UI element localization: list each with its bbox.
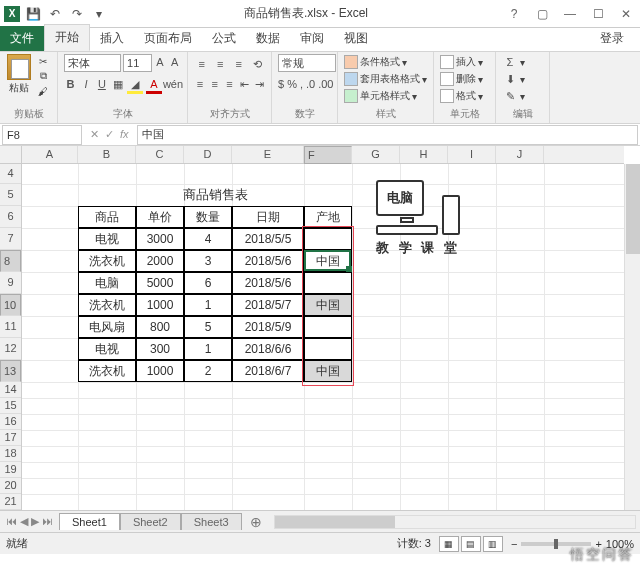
table-cell-r8-B[interactable]: 洗衣机	[78, 250, 136, 272]
tab-review[interactable]: 审阅	[290, 26, 334, 51]
accept-formula-icon[interactable]: ✓	[105, 128, 114, 141]
align-right-icon[interactable]: ≡	[224, 76, 236, 92]
cancel-formula-icon[interactable]: ✕	[90, 128, 99, 141]
col-header-C[interactable]: C	[136, 146, 184, 163]
row-header-6[interactable]: 6	[0, 206, 21, 228]
table-cell-r7-D[interactable]: 4	[184, 228, 232, 250]
dec-decimal-icon[interactable]: .00	[318, 76, 333, 92]
orientation-icon[interactable]: ⟲	[250, 56, 266, 72]
col-header-B[interactable]: B	[78, 146, 136, 163]
indent-inc-icon[interactable]: ⇥	[253, 76, 265, 92]
table-header-4[interactable]: 产地	[304, 206, 352, 228]
table-format-button[interactable]: 套用表格格式▾	[344, 71, 427, 87]
fill-color-button[interactable]: ◢	[127, 76, 143, 94]
indent-dec-icon[interactable]: ⇤	[238, 76, 250, 92]
col-header-A[interactable]: A	[22, 146, 78, 163]
name-box[interactable]: F8	[2, 125, 82, 145]
save-icon[interactable]: 💾	[24, 5, 42, 23]
sheet-nav-first-icon[interactable]: ⏮	[6, 515, 17, 528]
row-header-17[interactable]: 17	[0, 430, 21, 446]
sheet-tab-1[interactable]: Sheet1	[59, 513, 120, 530]
vertical-scrollbar[interactable]	[624, 164, 640, 510]
conditional-format-button[interactable]: 条件格式▾	[344, 54, 427, 70]
row-header-14[interactable]: 14	[0, 382, 21, 398]
table-cell-r12-E[interactable]: 2018/6/6	[232, 338, 304, 360]
cut-icon[interactable]: ✂	[35, 54, 51, 68]
table-cell-r7-E[interactable]: 2018/5/5	[232, 228, 304, 250]
hscroll-thumb[interactable]	[275, 516, 395, 528]
zoom-out-icon[interactable]: −	[511, 538, 517, 550]
table-cell-r10-D[interactable]: 1	[184, 294, 232, 316]
currency-icon[interactable]: $	[278, 76, 284, 92]
table-cell-r8-C[interactable]: 2000	[136, 250, 184, 272]
table-cell-r13-B[interactable]: 洗衣机	[78, 360, 136, 382]
table-cell-r13-C[interactable]: 1000	[136, 360, 184, 382]
copy-icon[interactable]: ⧉	[35, 69, 51, 83]
tab-home[interactable]: 开始	[44, 24, 90, 51]
align-center-icon[interactable]: ≡	[209, 76, 221, 92]
table-header-0[interactable]: 商品	[78, 206, 136, 228]
autosum-button[interactable]: Σ▾	[502, 54, 543, 70]
ribbon-toggle-icon[interactable]: ▢	[528, 2, 556, 26]
table-cell-r7-B[interactable]: 电视	[78, 228, 136, 250]
row-header-4[interactable]: 4	[0, 164, 21, 184]
redo-icon[interactable]: ↷	[68, 5, 86, 23]
percent-icon[interactable]: %	[287, 76, 297, 92]
tab-view[interactable]: 视图	[334, 26, 378, 51]
fill-button[interactable]: ⬇▾	[502, 71, 543, 87]
formula-input[interactable]: 中国	[137, 125, 638, 145]
clear-button[interactable]: ✎▾	[502, 88, 543, 104]
number-format-select[interactable]: 常规	[278, 54, 336, 72]
table-header-1[interactable]: 单价	[136, 206, 184, 228]
table-title[interactable]: 商品销售表	[78, 184, 352, 206]
tab-formula[interactable]: 公式	[202, 26, 246, 51]
qat-more-icon[interactable]: ▾	[90, 5, 108, 23]
tab-layout[interactable]: 页面布局	[134, 26, 202, 51]
table-header-2[interactable]: 数量	[184, 206, 232, 228]
table-cell-r13-D[interactable]: 2	[184, 360, 232, 382]
undo-icon[interactable]: ↶	[46, 5, 64, 23]
row-header-12[interactable]: 12	[0, 338, 21, 360]
table-cell-r13-E[interactable]: 2018/6/7	[232, 360, 304, 382]
phonetic-icon[interactable]: wén	[165, 76, 181, 92]
table-cell-r8-D[interactable]: 3	[184, 250, 232, 272]
minimize-icon[interactable]: —	[556, 2, 584, 26]
close-icon[interactable]: ✕	[612, 2, 640, 26]
maximize-icon[interactable]: ☐	[584, 2, 612, 26]
table-cell-r12-C[interactable]: 300	[136, 338, 184, 360]
paste-button[interactable]: 粘贴	[6, 54, 32, 95]
table-cell-r10-E[interactable]: 2018/5/7	[232, 294, 304, 316]
col-header-G[interactable]: G	[352, 146, 400, 163]
login-link[interactable]: 登录	[590, 26, 634, 51]
col-header-F[interactable]: F	[304, 146, 352, 164]
table-cell-r10-B[interactable]: 洗衣机	[78, 294, 136, 316]
col-header-E[interactable]: E	[232, 146, 304, 163]
sheet-nav-prev-icon[interactable]: ◀	[20, 515, 28, 528]
bold-button[interactable]: B	[64, 76, 77, 92]
sheet-tab-2[interactable]: Sheet2	[120, 513, 181, 530]
format-cells-button[interactable]: 格式▾	[440, 88, 489, 104]
row-header-16[interactable]: 16	[0, 414, 21, 430]
col-header-H[interactable]: H	[400, 146, 448, 163]
grid[interactable]: ABCDEFGHIJ 45678910111213141516171819202…	[0, 146, 640, 510]
help-icon[interactable]: ?	[500, 2, 528, 26]
horizontal-scrollbar[interactable]	[274, 515, 636, 529]
table-cell-r8-E[interactable]: 2018/5/6	[232, 250, 304, 272]
add-sheet-button[interactable]: ⊕	[242, 514, 270, 530]
row-header-10[interactable]: 10	[0, 294, 21, 316]
table-cell-r11-B[interactable]: 电风扇	[78, 316, 136, 338]
cell-style-button[interactable]: 单元格样式▾	[344, 88, 427, 104]
underline-button[interactable]: U	[96, 76, 109, 92]
row-header-21[interactable]: 21	[0, 494, 21, 510]
row-header-11[interactable]: 11	[0, 316, 21, 338]
format-painter-icon[interactable]: 🖌	[35, 84, 51, 98]
delete-cells-button[interactable]: 删除▾	[440, 71, 489, 87]
align-middle-icon[interactable]: ≡	[213, 56, 229, 72]
font-size-select[interactable]: 11	[123, 54, 152, 72]
sheet-tab-3[interactable]: Sheet3	[181, 513, 242, 530]
increase-font-icon[interactable]: A	[154, 54, 167, 70]
table-cell-r11-E[interactable]: 2018/5/9	[232, 316, 304, 338]
align-bottom-icon[interactable]: ≡	[231, 56, 247, 72]
italic-button[interactable]: I	[80, 76, 93, 92]
inc-decimal-icon[interactable]: .0	[306, 76, 315, 92]
